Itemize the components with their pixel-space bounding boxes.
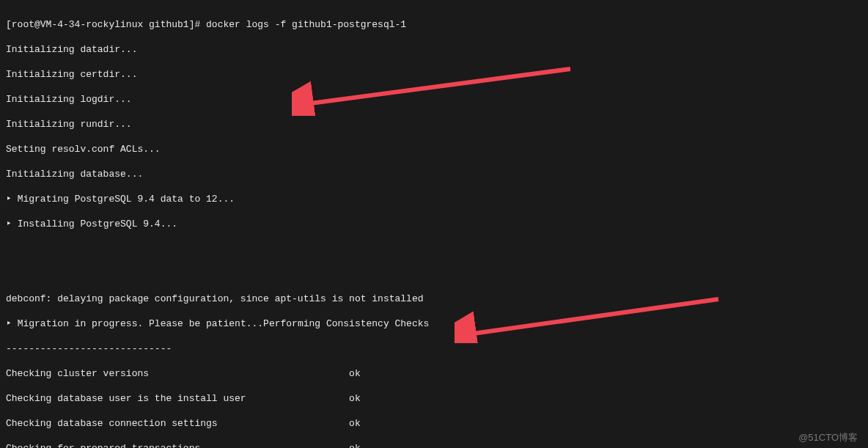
log-line: ‣ Migration in progress. Please be patie… <box>6 317 862 330</box>
log-line: Setting resolv.conf ACLs... <box>6 143 862 155</box>
log-line: ----------------------------- <box>6 342 862 355</box>
log-line: Initializing certdir... <box>6 68 862 81</box>
check-label: Checking database connection settings <box>6 418 218 429</box>
log-line: Initializing database... <box>6 168 862 180</box>
log-line: Initializing datadir... <box>6 43 862 56</box>
log-line: Initializing logdir... <box>6 93 862 106</box>
log-line: debconf: delaying package configuration,… <box>6 293 862 305</box>
log-line: ‣ Migrating PostgreSQL 9.4 data to 12... <box>6 193 862 205</box>
check-line: Checking cluster versions ok <box>6 367 862 380</box>
blank-line <box>6 243 862 255</box>
check-status: ok <box>349 393 361 404</box>
blank-line <box>6 268 862 280</box>
log-line: ‣ Installing PostgreSQL 9.4... <box>6 218 862 230</box>
shell-command: docker logs -f github1-postgresql-1 <box>206 19 406 30</box>
prompt-line: [root@VM-4-34-rockylinux github1]# docke… <box>6 18 862 31</box>
check-label: Checking cluster versions <box>6 368 149 379</box>
check-line: Checking database connection settings ok <box>6 417 862 430</box>
check-status: ok <box>349 418 361 429</box>
check-status: ok <box>349 368 361 379</box>
shell-prompt: [root@VM-4-34-rockylinux github1]# <box>6 19 200 30</box>
check-line: Checking for prepared transactions ok <box>6 442 862 448</box>
watermark: @51CTO博客 <box>798 431 858 444</box>
check-line: Checking database user is the install us… <box>6 392 862 405</box>
terminal-output: [root@VM-4-34-rockylinux github1]# docke… <box>0 0 868 448</box>
log-line: Initializing rundir... <box>6 118 862 131</box>
check-label: Checking for prepared transactions <box>6 443 200 448</box>
check-status: ok <box>349 443 361 448</box>
check-label: Checking database user is the install us… <box>6 393 246 404</box>
